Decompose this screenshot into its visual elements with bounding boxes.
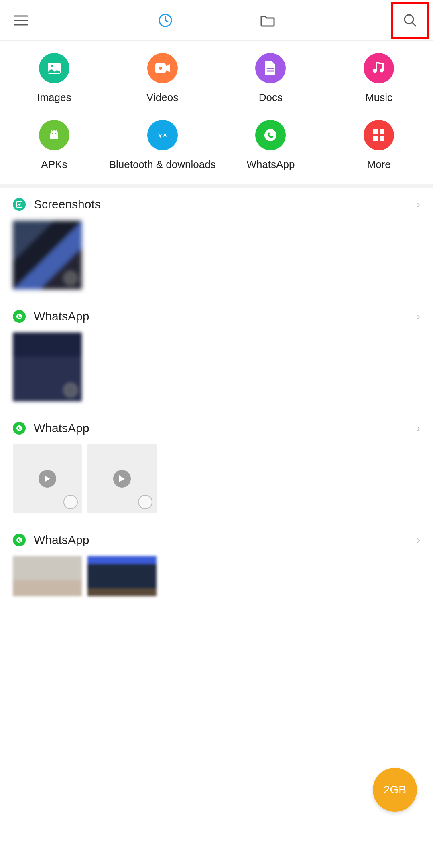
svg-point-15 bbox=[16, 425, 22, 431]
cat-apks[interactable]: APKs bbox=[0, 120, 108, 171]
section-title: Screenshots bbox=[34, 198, 409, 211]
search-button[interactable] bbox=[400, 11, 420, 30]
section-header[interactable]: WhatsApp › bbox=[13, 412, 420, 444]
chevron-right-icon: › bbox=[417, 422, 420, 435]
video-thumbnail[interactable] bbox=[13, 444, 82, 513]
svg-point-1 bbox=[405, 15, 413, 24]
topbar bbox=[0, 0, 433, 41]
cat-docs[interactable]: Docs bbox=[217, 53, 325, 104]
video-thumbnail[interactable] bbox=[87, 444, 157, 513]
chevron-right-icon: › bbox=[417, 534, 420, 546]
hamburger-icon bbox=[14, 15, 28, 26]
thumbs-row bbox=[13, 556, 420, 607]
play-icon bbox=[113, 470, 131, 488]
doc-icon bbox=[255, 53, 286, 83]
svg-point-16 bbox=[16, 537, 22, 543]
svg-point-14 bbox=[16, 314, 22, 319]
android-icon bbox=[39, 120, 69, 150]
section-whatsapp-2: WhatsApp › bbox=[0, 412, 433, 524]
folder-tab[interactable] bbox=[258, 11, 277, 30]
cat-label: WhatsApp bbox=[246, 158, 295, 171]
section-whatsapp-3: WhatsApp › bbox=[0, 524, 433, 607]
search-icon bbox=[403, 13, 417, 28]
select-circle[interactable] bbox=[63, 383, 78, 397]
thumbnail[interactable] bbox=[13, 221, 82, 289]
select-circle[interactable] bbox=[138, 495, 152, 509]
categories-grid: Images Videos Docs Music APKs Bluetooth … bbox=[0, 41, 433, 179]
video-icon bbox=[147, 53, 178, 83]
cat-label: Bluetooth & downloads bbox=[109, 158, 216, 171]
svg-rect-9 bbox=[373, 129, 378, 134]
thumbs-row bbox=[13, 332, 420, 412]
select-circle[interactable] bbox=[63, 271, 78, 285]
fab-label: 2GB bbox=[384, 783, 406, 796]
play-icon bbox=[39, 470, 56, 488]
chevron-right-icon: › bbox=[417, 198, 420, 211]
download-icon bbox=[147, 120, 178, 150]
thumbnail[interactable] bbox=[13, 556, 82, 596]
menu-button[interactable] bbox=[11, 11, 30, 30]
clock-icon bbox=[158, 13, 173, 28]
section-header[interactable]: WhatsApp › bbox=[13, 524, 420, 556]
svg-point-6 bbox=[52, 133, 53, 134]
storage-fab[interactable]: 2GB bbox=[373, 768, 417, 812]
screenshots-icon bbox=[13, 198, 26, 211]
svg-rect-12 bbox=[380, 136, 384, 141]
cat-label: More bbox=[367, 158, 391, 171]
cat-bluetooth-downloads[interactable]: Bluetooth & downloads bbox=[108, 120, 217, 171]
select-circle[interactable] bbox=[63, 495, 78, 509]
thumbs-row bbox=[13, 221, 420, 300]
cat-more[interactable]: More bbox=[325, 120, 433, 171]
section-title: WhatsApp bbox=[34, 533, 409, 547]
cat-whatsapp[interactable]: WhatsApp bbox=[217, 120, 325, 171]
whatsapp-icon bbox=[13, 310, 26, 323]
cat-label: Images bbox=[37, 91, 71, 104]
thumbnail[interactable] bbox=[13, 332, 82, 401]
svg-rect-11 bbox=[373, 136, 378, 141]
cat-label: Music bbox=[365, 91, 392, 104]
thumbnail[interactable] bbox=[87, 556, 157, 596]
section-title: WhatsApp bbox=[34, 310, 409, 323]
thumbs-row bbox=[13, 444, 420, 524]
whatsapp-icon bbox=[13, 534, 26, 546]
divider-strip bbox=[0, 184, 433, 188]
whatsapp-icon bbox=[255, 120, 286, 150]
whatsapp-icon bbox=[13, 422, 26, 435]
cat-music[interactable]: Music bbox=[325, 53, 433, 104]
cat-label: Videos bbox=[146, 91, 178, 104]
folder-icon bbox=[260, 14, 275, 27]
svg-point-8 bbox=[264, 129, 276, 141]
chevron-right-icon: › bbox=[417, 310, 420, 323]
section-header[interactable]: Screenshots › bbox=[13, 188, 420, 221]
cat-images[interactable]: Images bbox=[0, 53, 108, 104]
cat-label: APKs bbox=[41, 158, 67, 171]
recent-tab[interactable] bbox=[156, 11, 175, 30]
svg-rect-10 bbox=[380, 129, 384, 134]
svg-point-5 bbox=[159, 67, 162, 70]
section-screenshots: Screenshots › bbox=[0, 188, 433, 300]
cat-videos[interactable]: Videos bbox=[108, 53, 217, 104]
svg-point-3 bbox=[51, 65, 53, 67]
section-title: WhatsApp bbox=[34, 421, 409, 435]
image-icon bbox=[39, 53, 69, 83]
section-header[interactable]: WhatsApp › bbox=[13, 300, 420, 332]
search-highlight bbox=[391, 2, 429, 39]
svg-point-7 bbox=[55, 133, 56, 134]
music-icon bbox=[364, 53, 394, 83]
grid-icon bbox=[364, 120, 394, 150]
cat-label: Docs bbox=[259, 91, 283, 104]
section-whatsapp-1: WhatsApp › bbox=[0, 300, 433, 412]
